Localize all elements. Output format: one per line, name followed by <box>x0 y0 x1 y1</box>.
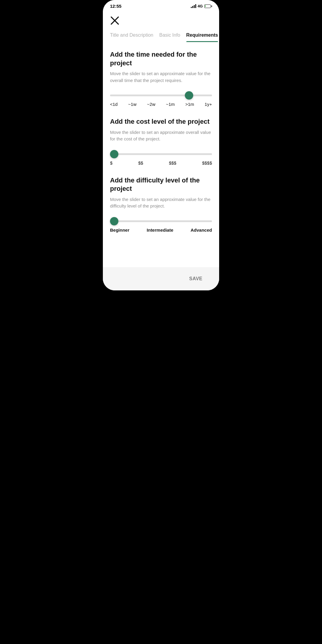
close-button[interactable] <box>109 15 121 27</box>
cost-label-3: $$$$ <box>202 160 212 165</box>
difficulty-section: Add the difficulty level of the project … <box>110 176 212 233</box>
cost-label-1: $$ <box>138 160 143 165</box>
time-slider-wrap <box>110 92 212 97</box>
battery-fill <box>205 5 206 7</box>
cost-label-2: $$$ <box>169 160 176 165</box>
battery-tip <box>211 5 212 7</box>
time-slider-labels: <1d ~1w ~2w ~1m >1m 1y+ <box>110 102 212 107</box>
cost-section: Add the cost level of the project Move t… <box>110 117 212 165</box>
close-icon <box>110 16 120 25</box>
status-time: 12:55 <box>110 4 121 9</box>
time-slider[interactable] <box>110 95 212 96</box>
save-button[interactable]: SAVE <box>180 272 212 286</box>
difficulty-label-0: Beginner <box>110 227 129 233</box>
battery-body <box>204 4 211 8</box>
header <box>103 10 219 29</box>
time-label-4: >1m <box>185 102 194 107</box>
tab-title-description[interactable]: Title and Description <box>109 29 158 42</box>
difficulty-slider-wrap <box>110 218 212 223</box>
time-label-1: ~1w <box>128 102 137 107</box>
tab-basic-info[interactable]: Basic Info <box>158 29 185 42</box>
bottom-spacer <box>110 243 212 261</box>
time-section-title: Add the time needed for the project <box>110 50 212 67</box>
time-label-0: <1d <box>110 102 117 107</box>
battery-icon <box>204 4 212 8</box>
difficulty-label-1: Intermediate <box>147 227 173 233</box>
time-section: Add the time needed for the project Move… <box>110 50 212 107</box>
time-label-2: ~2w <box>147 102 155 107</box>
signal-bars-icon <box>191 4 196 8</box>
cost-slider-labels: $ $$ $$$ $$$$ <box>110 160 212 165</box>
time-label-5: 1y+ <box>205 102 212 107</box>
difficulty-section-title: Add the difficulty level of the project <box>110 176 212 193</box>
cost-slider-wrap <box>110 151 212 156</box>
difficulty-label-2: Advanced <box>191 227 212 233</box>
body-scroll: Add the time needed for the project Move… <box>103 42 219 267</box>
cost-slider[interactable] <box>110 153 212 155</box>
network-label: 4G <box>198 4 203 8</box>
status-bar: 12:55 4G <box>103 0 219 10</box>
tab-requirements[interactable]: Requirements <box>185 29 219 42</box>
cost-label-0: $ <box>110 160 112 165</box>
difficulty-slider[interactable] <box>110 220 212 222</box>
time-label-3: ~1m <box>166 102 175 107</box>
cost-section-desc: Move the slider to set an approximate ov… <box>110 129 212 143</box>
main-content: Title and Description Basic Info Require… <box>103 10 219 290</box>
bottom-bar: SAVE <box>103 267 219 290</box>
difficulty-slider-labels: Beginner Intermediate Advanced <box>110 227 212 233</box>
phone-frame: 12:55 4G <box>103 0 219 290</box>
difficulty-section-desc: Move the slider to set an approximate va… <box>110 196 212 210</box>
time-section-desc: Move the slider to set an approximate va… <box>110 70 212 84</box>
tab-bar: Title and Description Basic Info Require… <box>103 29 219 42</box>
cost-section-title: Add the cost level of the project <box>110 117 212 126</box>
status-icons: 4G <box>191 4 212 8</box>
